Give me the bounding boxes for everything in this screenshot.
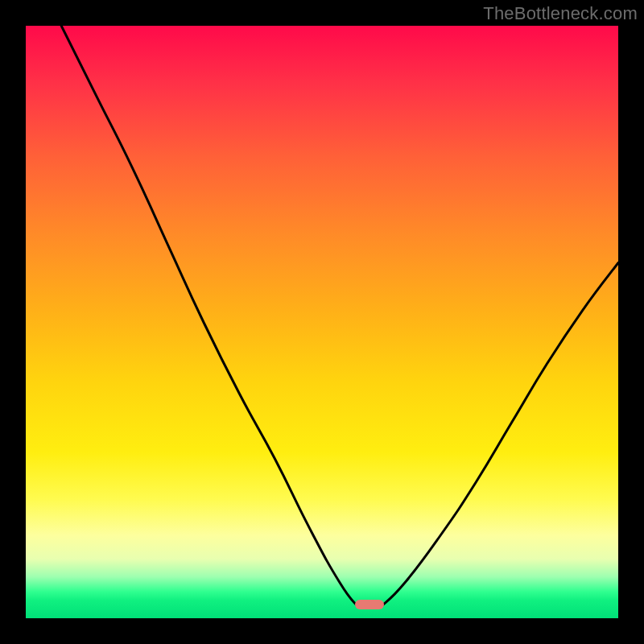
curve-right <box>382 262 618 606</box>
optimal-marker <box>355 600 384 609</box>
watermark-text: TheBottleneck.com <box>483 3 638 24</box>
plot-area <box>26 26 618 618</box>
bottleneck-curve <box>26 26 618 618</box>
chart-frame: TheBottleneck.com <box>0 0 644 644</box>
curve-left <box>61 26 357 606</box>
